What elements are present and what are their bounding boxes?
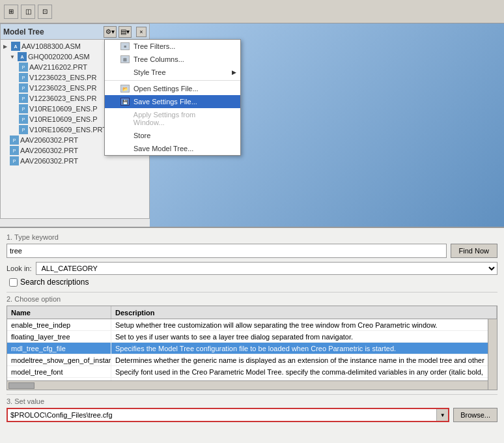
table-row[interactable]: enable_tree_indep Setup whether tree cus… <box>7 319 497 331</box>
browse-button[interactable]: Browse... <box>453 408 497 422</box>
prt-icon: P <box>19 73 28 82</box>
expand-arrow: ▶ <box>3 44 10 50</box>
col-desc-header: Description <box>111 306 497 319</box>
menu-divider <box>105 80 240 81</box>
tree-item-label: GHQ0020200.ASM <box>28 53 90 61</box>
cell-name: modeltree_show_gen_of_instance <box>7 354 111 365</box>
menu-item-label: Open Settings File... <box>133 85 199 93</box>
toolbar-icon-3[interactable]: ⊡ <box>38 5 52 19</box>
list-item[interactable]: P AAV2060302.PRT <box>1 156 149 166</box>
value-dropdown-btn[interactable]: ▼ <box>436 409 448 421</box>
cell-name: piping_system_tree_format <box>7 390 111 390</box>
col-name-header: Name <box>7 306 111 319</box>
lookin-label: Look in: <box>7 264 32 272</box>
menu-item-label: Store <box>133 132 150 139</box>
menu-item-label: Apply Settings from Window... <box>133 111 227 126</box>
prt-icon: P <box>19 63 28 72</box>
find-now-button[interactable]: Find Now <box>451 244 497 258</box>
table-row[interactable]: floating_layer_tree Set to yes if user w… <box>7 331 497 343</box>
search-row: Find Now <box>7 244 497 258</box>
section3-label: 3. Set value <box>7 394 497 405</box>
model-tree-header: Model Tree ⚙▾ ▤▾ × <box>1 24 149 40</box>
table-row[interactable]: piping_system_tree_format Sets the defau… <box>7 390 497 390</box>
value-input-wrapper: ▼ <box>7 408 449 422</box>
section1-label: 1. Type keyword <box>7 233 497 241</box>
lookin-select[interactable]: ALL_CATEGORY <box>36 262 497 275</box>
cell-desc: Set to yes if user wants to see a layer … <box>111 331 497 342</box>
context-menu: ≡ Tree Filters... ⊞ Tree Columns... Styl… <box>104 39 241 156</box>
tree-item-label: V10RE10609_ENS.P <box>29 105 98 113</box>
tree-item-label: V10RE10609_ENS.PRT <box>29 126 107 134</box>
search-descriptions-label: Search descriptions <box>20 278 89 287</box>
search-descriptions-checkbox[interactable] <box>9 278 18 287</box>
prt-icon: P <box>19 115 28 124</box>
vertical-scrollbar[interactable] <box>488 319 497 390</box>
menu-item-tree-filters[interactable]: ≡ Tree Filters... <box>105 40 240 53</box>
section2-label: 2. Choose option <box>7 292 497 303</box>
expand-arrow: ▼ <box>10 54 16 60</box>
menu-item-save-settings[interactable]: 💾 Save Settings File... <box>105 95 240 108</box>
menu-item-open-settings[interactable]: 📂 Open Settings File... <box>105 82 240 95</box>
value-row: ▼ Browse... <box>7 408 497 422</box>
prt-icon: P <box>10 136 19 145</box>
folder-icon: 📂 <box>120 85 130 93</box>
menu-item-label: Save Model Tree... <box>133 145 193 152</box>
tree-item-label: AAV2060302.PRT <box>20 157 78 165</box>
cell-name: mdl_tree_cfg_file <box>7 343 111 354</box>
submenu-arrow-icon: ▶ <box>232 69 236 76</box>
prt-icon: P <box>19 83 28 93</box>
bottom-section: 1. Type keyword Find Now Look in: ALL_CA… <box>0 228 504 443</box>
tree-view-btn[interactable]: ▤▾ <box>119 26 132 38</box>
table-row[interactable]: mdl_tree_cfg_file Specifies the Model Tr… <box>7 343 497 354</box>
table-row[interactable]: model_tree_font Specify font used in the… <box>7 366 497 378</box>
model-tree-title: Model Tree <box>3 27 44 36</box>
tree-item-label: V12236023_ENS.PR <box>29 94 96 102</box>
cell-desc: Determines whether the generic name is d… <box>111 354 497 365</box>
prt-icon: P <box>19 125 28 134</box>
tree-item-label: V12236023_ENS.PR <box>29 84 96 92</box>
cell-desc: Sets the default piping model tree forma… <box>111 390 497 390</box>
cell-name: model_tree_font <box>7 366 111 377</box>
asm-icon: A <box>11 42 20 51</box>
value-input[interactable] <box>8 409 436 421</box>
asm-icon: A <box>18 52 27 61</box>
cell-desc: Specifies the Model Tree configuration f… <box>111 343 497 354</box>
prt-icon: P <box>10 156 19 165</box>
cell-desc: Specify font used in the Creo Parametric… <box>111 366 497 377</box>
table-header: Name Description <box>7 306 497 319</box>
options-table: Name Description enable_tree_indep Setup… <box>7 306 497 390</box>
cell-desc: Setup whether tree customization will al… <box>111 319 497 330</box>
tree-item-label: AAV2060302.PRT <box>20 136 78 144</box>
menu-item-style-tree[interactable]: Style Tree ▶ <box>105 66 240 79</box>
menu-item-apply-settings: Apply Settings from Window... <box>105 108 240 129</box>
toolbar-icon-2[interactable]: ◫ <box>21 5 35 19</box>
menu-item-tree-columns[interactable]: ⊞ Tree Columns... <box>105 53 240 66</box>
table-row[interactable]: modeltree_show_gen_of_instance Determine… <box>7 354 497 366</box>
table-body: enable_tree_indep Setup whether tree cus… <box>7 319 497 390</box>
menu-item-save-model-tree[interactable]: Save Model Tree... <box>105 142 240 155</box>
menu-item-label: Tree Filters... <box>133 42 175 50</box>
tree-settings-btn[interactable]: ⚙▾ <box>104 26 117 38</box>
prt-icon: P <box>19 104 28 113</box>
main-toolbar: ⊞ ◫ ⊡ <box>0 0 504 23</box>
filter-icon: ≡ <box>120 42 130 50</box>
tree-item-label: AAV2060302.PRT <box>20 147 78 154</box>
prt-icon: P <box>10 146 19 155</box>
toolbar-icon-1[interactable]: ⊞ <box>4 5 18 19</box>
cell-name: floating_layer_tree <box>7 331 111 342</box>
tree-item-label: AAV2116202.PRT <box>29 63 87 71</box>
checkbox-row: Search descriptions <box>7 278 497 287</box>
save-icon: 💾 <box>120 98 130 106</box>
horizontal-scrollbar[interactable] <box>7 380 488 390</box>
menu-item-label: Style Tree <box>133 68 166 76</box>
prt-icon: P <box>19 94 28 103</box>
menu-item-label: Tree Columns... <box>133 55 184 63</box>
tree-close-btn[interactable]: × <box>136 27 147 37</box>
scroll-thumb <box>8 382 35 389</box>
lookin-row: Look in: ALL_CATEGORY <box>7 262 497 275</box>
menu-item-label: Save Settings File... <box>133 98 197 106</box>
menu-item-store[interactable]: Store <box>105 129 240 142</box>
tree-item-label: AAV1088300.ASM <box>21 42 81 50</box>
tree-item-label: V12236023_ENS.PR <box>29 74 96 81</box>
search-input[interactable] <box>7 244 447 258</box>
